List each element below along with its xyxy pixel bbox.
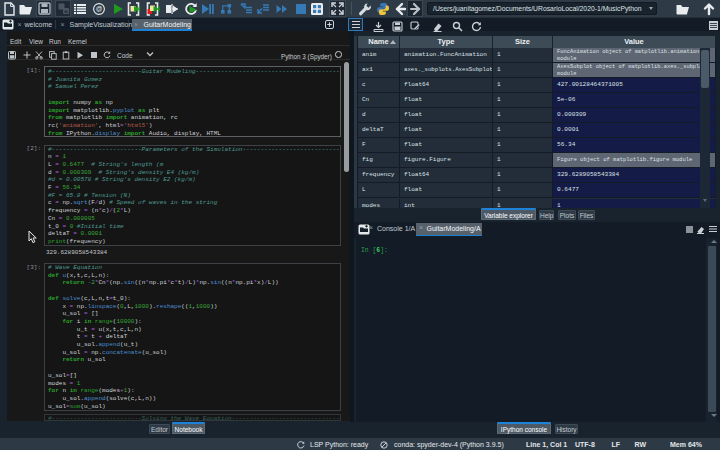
svg-text:@: @ <box>96 5 103 12</box>
